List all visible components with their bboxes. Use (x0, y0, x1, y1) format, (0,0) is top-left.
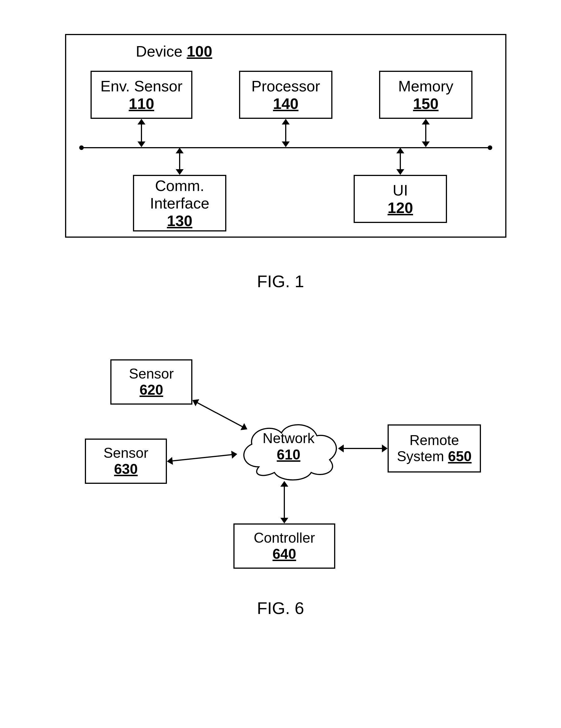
fig1-memory-box: Memory 150 (379, 71, 472, 119)
fig6-network-label: Network 610 (232, 430, 345, 463)
fig1-memory-label: Memory (398, 77, 453, 95)
fig1-bus-dot-right (488, 145, 492, 150)
fig6-sensor-620-ref: 620 (139, 382, 163, 398)
fig1-bus-dot-left (79, 145, 84, 150)
fig1-processor-ref: 140 (273, 95, 298, 112)
fig6-arrow-network-controller (279, 481, 290, 523)
fig1-env-sensor-box: Env. Sensor 110 (91, 71, 192, 119)
fig1-processor-label: Processor (251, 77, 320, 95)
fig6-remote-line1: Remote (409, 432, 459, 449)
fig1-comm-if-line2: Interface (150, 194, 209, 212)
fig1-device-label: Device 100 (136, 42, 249, 60)
fig1-env-sensor-label: Env. Sensor (100, 77, 182, 95)
fig1-ui-box: UI 120 (354, 175, 447, 223)
fig6-remote-ref: 650 (448, 448, 472, 464)
fig1-arrow-mem-bus (420, 119, 431, 147)
fig1-arrow-bus-comm (174, 148, 185, 175)
fig1-memory-ref: 150 (413, 95, 439, 112)
fig1-processor-box: Processor 140 (239, 71, 332, 119)
fig1-ui-ref: 120 (388, 199, 413, 216)
fig6-arrow-630-network (167, 450, 238, 465)
fig1-env-sensor-ref: 110 (129, 95, 154, 112)
fig6-sensor-630-ref: 630 (114, 461, 137, 478)
fig1-arrow-env-bus (136, 119, 147, 147)
fig1-ui-label: UI (393, 181, 408, 199)
fig6-arrow-network-remote (338, 443, 388, 454)
fig6-remote-system-box: Remote System 650 (388, 424, 481, 473)
fig6-controller-ref: 640 (272, 546, 296, 562)
fig1-comm-if-ref: 130 (167, 212, 192, 229)
fig1-arrow-bus-ui (395, 148, 406, 175)
fig6-controller-box: Controller 640 (233, 523, 335, 569)
fig6-remote-line2-ref: System 650 (397, 448, 472, 465)
fig1-caption: FIG. 1 (0, 272, 561, 291)
fig1-device-label-text: Device (136, 43, 182, 60)
fig1-comm-if-box: Comm. Interface 130 (133, 175, 226, 231)
fig1-device-ref: 100 (187, 43, 212, 60)
fig6-sensor-630-box: Sensor 630 (85, 439, 167, 484)
fig1-comm-if-line1: Comm. (155, 177, 204, 194)
fig6-controller-label: Controller (254, 530, 315, 546)
fig6-network-ref: 610 (232, 446, 345, 463)
fig1-bus-line (81, 147, 490, 148)
fig6-remote-line2: System (397, 448, 444, 464)
fig1-arrow-proc-bus (280, 119, 291, 147)
fig6-caption: FIG. 6 (0, 598, 561, 618)
diagram-page: Device 100 Env. Sensor 110 Processor 140… (0, 0, 561, 728)
fig6-sensor-630-label: Sensor (104, 445, 148, 461)
fig6-sensor-620-label: Sensor (129, 366, 174, 382)
fig6-network-label-text: Network (232, 430, 345, 446)
fig6-sensor-620-box: Sensor 620 (110, 359, 192, 405)
